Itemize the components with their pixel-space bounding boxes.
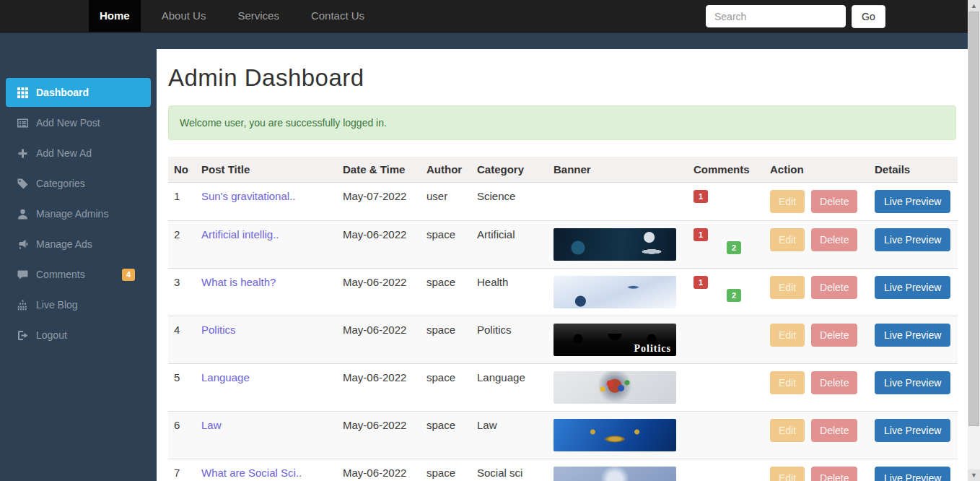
bullhorn-icon [17, 239, 28, 250]
edit-button[interactable]: Edit [770, 371, 805, 394]
nav-item-contact-us[interactable]: Contact Us [300, 0, 375, 32]
sidebar-menu: Dashboard Add New Post Add New Ad Catego… [0, 78, 157, 350]
col-header-comments: Comments [688, 157, 764, 183]
post-number: 7 [168, 459, 196, 481]
unread-comments-badge: 1 [694, 190, 708, 203]
sidebar-item-add-new-ad[interactable]: Add New Ad [0, 139, 157, 168]
table-row: 6 Law May-06-2022 space Law Edit Delete … [168, 412, 958, 459]
col-header-date-time: Date & Time [337, 157, 421, 183]
sidebar-item-label: Manage Ads [36, 238, 92, 250]
live-preview-button[interactable]: Live Preview [875, 190, 950, 213]
post-number: 1 [168, 183, 196, 221]
post-title-link[interactable]: What are Social Sci.. [201, 467, 302, 479]
post-title-link[interactable]: Sun's gravitational.. [201, 190, 295, 202]
live-preview-button[interactable]: Live Preview [875, 228, 950, 251]
delete-button[interactable]: Delete [811, 371, 857, 394]
live-preview-button[interactable]: Live Preview [875, 324, 950, 347]
post-number: 6 [168, 412, 196, 459]
success-alert: Welcome user, you are successfully logge… [168, 105, 956, 140]
search-go-button[interactable]: Go [852, 5, 885, 28]
nav-item-home[interactable]: Home [89, 0, 141, 32]
sidebar-item-label: Dashboard [36, 87, 89, 98]
sidebar-item-comments[interactable]: Comments 4 [0, 260, 157, 289]
vertical-scrollbar[interactable]: ▲ ▼ [968, 0, 980, 481]
post-category: Law [471, 412, 548, 459]
post-title-link[interactable]: Politics [201, 324, 236, 336]
posts-table-header: No Post Title Date & Time Author Categor… [168, 157, 958, 183]
justice-statue-banner [554, 419, 676, 451]
table-row: 7 What are Social Sci.. May-06-2022 spac… [168, 459, 958, 481]
table-row: 5 Language May-06-2022 space Language Ed… [168, 364, 958, 412]
delete-button[interactable]: Delete [811, 467, 857, 481]
main-content: Admin Dashboard Welcome user, you are su… [157, 49, 968, 481]
post-category: Social sci [471, 459, 548, 481]
sidebar-item-label: Add New Post [36, 117, 100, 129]
post-author: space [421, 221, 471, 269]
nav-item-services[interactable]: Services [227, 0, 290, 32]
edit-button[interactable]: Edit [770, 467, 805, 481]
delete-button[interactable]: Delete [811, 190, 857, 213]
top-navbar: Home About Us Services Contact Us Go [0, 0, 980, 32]
post-author: space [421, 316, 471, 364]
search-input[interactable] [706, 5, 846, 27]
live-preview-button[interactable]: Live Preview [875, 467, 950, 481]
col-header-action: Action [764, 157, 869, 183]
success-alert-text: Welcome user, you are successfully logge… [180, 117, 387, 129]
scroll-down-arrow-icon[interactable]: ▼ [968, 469, 980, 481]
posts-tbody: 1 Sun's gravitational.. May-07-2022 user… [168, 183, 958, 481]
unread-comments-badge: 1 [694, 228, 708, 241]
sidebar-item-label: Comments [36, 269, 85, 280]
col-header-author: Author [421, 157, 471, 183]
edit-button[interactable]: Edit [770, 324, 805, 347]
post-number: 2 [168, 221, 196, 269]
sidebar-item-manage-ads[interactable]: Manage Ads [0, 230, 157, 259]
post-date: May-06-2022 [337, 221, 421, 269]
live-preview-button[interactable]: Live Preview [875, 371, 950, 394]
approved-comments-badge: 2 [727, 289, 741, 302]
scroll-up-arrow-icon[interactable]: ▲ [968, 0, 980, 12]
post-date: May-06-2022 [337, 412, 421, 459]
edit-button[interactable]: Edit [770, 190, 805, 213]
post-category: Science [471, 183, 548, 221]
ai-robot-banner [554, 228, 676, 261]
post-author: user [421, 183, 471, 221]
sitemap-icon [17, 300, 28, 311]
post-category: Politics [471, 316, 548, 364]
post-title-link[interactable]: What is health? [201, 276, 276, 288]
delete-button[interactable]: Delete [811, 228, 857, 251]
delete-button[interactable]: Delete [811, 419, 857, 442]
sidebar-item-logout[interactable]: Logout [0, 321, 157, 350]
sidebar-item-dashboard[interactable]: Dashboard [6, 78, 151, 107]
sidebar: Dashboard Add New Post Add New Ad Catego… [0, 32, 157, 481]
live-preview-button[interactable]: Live Preview [875, 419, 950, 442]
delete-button[interactable]: Delete [811, 276, 857, 299]
post-title-link[interactable]: Artificial intellig.. [201, 228, 279, 240]
nav-item-about-us[interactable]: About Us [151, 0, 217, 32]
col-header-details: Details [869, 157, 958, 183]
edit-button[interactable]: Edit [770, 276, 805, 299]
social-science-banner [554, 467, 676, 481]
sidebar-item-manage-admins[interactable]: Manage Admins [0, 199, 157, 228]
post-title-link[interactable]: Law [201, 419, 222, 431]
navbar-menu: Home About Us Services Contact Us [89, 0, 385, 32]
stethoscope-banner [554, 276, 676, 308]
sidebar-item-add-new-post[interactable]: Add New Post [0, 108, 157, 137]
post-category: Artificial [471, 221, 548, 269]
delete-button[interactable]: Delete [811, 324, 857, 347]
page-title: Admin Dashboard [168, 64, 956, 92]
sidebar-item-live-blog[interactable]: Live Blog [0, 290, 157, 319]
post-title-link[interactable]: Language [201, 371, 250, 384]
edit-button[interactable]: Edit [770, 228, 805, 251]
language-flags-banner [554, 371, 676, 404]
sidebar-item-label: Logout [36, 329, 67, 341]
edit-button[interactable]: Edit [770, 419, 805, 442]
post-date: May-07-2022 [337, 183, 421, 221]
scrollbar-thumb[interactable] [968, 12, 979, 426]
col-header-post-title: Post Title [196, 157, 337, 183]
table-row: 4 Politics May-06-2022 space Politics Po… [168, 316, 958, 364]
comment-icon [17, 269, 28, 280]
col-header-category: Category [471, 157, 548, 183]
sidebar-item-categories[interactable]: Categories [0, 169, 157, 198]
live-preview-button[interactable]: Live Preview [875, 276, 950, 299]
sidebar-item-label: Categories [36, 178, 85, 189]
